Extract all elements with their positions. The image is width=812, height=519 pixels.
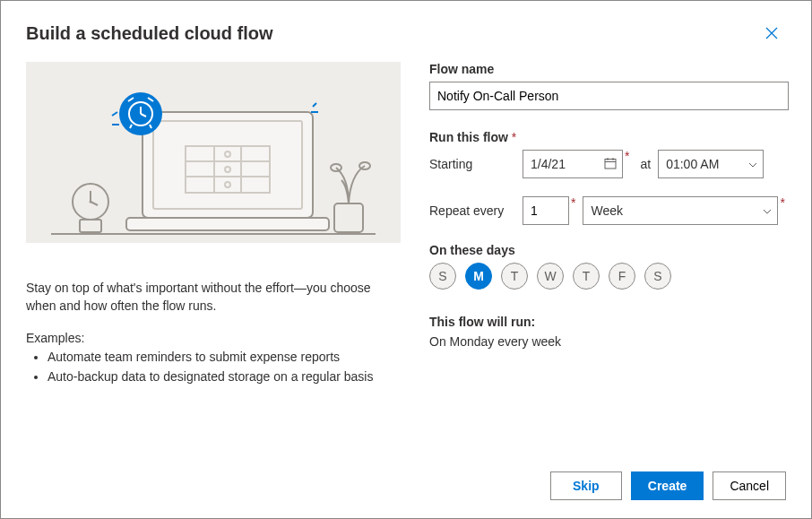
flow-name-label: Flow name — [429, 62, 789, 76]
right-pane: Flow name Run this flow Starting 1/4/21 … — [429, 62, 789, 454]
repeat-interval-input[interactable] — [523, 196, 569, 225]
svg-rect-9 — [143, 112, 313, 218]
scheduled-flow-dialog: Build a scheduled cloud flow — [0, 0, 812, 519]
skip-button[interactable]: Skip — [550, 471, 622, 500]
svg-line-20 — [112, 112, 117, 116]
day-toggle-3[interactable]: W — [537, 263, 564, 290]
start-date-value: 1/4/21 — [531, 157, 566, 171]
svg-rect-6 — [334, 203, 363, 232]
day-picker: SMTWTFS — [429, 263, 789, 290]
required-marker: * — [623, 150, 633, 162]
svg-rect-5 — [80, 220, 101, 232]
cancel-button[interactable]: Cancel — [713, 471, 786, 500]
will-run-label: This flow will run: — [429, 315, 789, 329]
dialog-body: Stay on top of what's important without … — [1, 55, 811, 454]
day-toggle-1[interactable]: M — [465, 263, 492, 290]
required-marker: * — [778, 196, 788, 209]
svg-rect-32 — [605, 159, 616, 169]
run-this-flow-label: Run this flow — [429, 130, 789, 144]
day-toggle-5[interactable]: F — [609, 263, 635, 290]
day-toggle-2[interactable]: T — [501, 263, 528, 290]
flow-name-input[interactable] — [429, 82, 789, 110]
description-text: Stay on top of what's important without … — [26, 279, 401, 315]
svg-line-4 — [91, 202, 98, 205]
close-button[interactable] — [757, 19, 786, 48]
svg-rect-11 — [126, 218, 329, 230]
required-marker: * — [569, 196, 579, 209]
svg-line-22 — [313, 103, 316, 107]
example-item: Automate team reminders to submit expens… — [48, 347, 401, 367]
left-pane: Stay on top of what's important without … — [26, 62, 401, 454]
day-toggle-4[interactable]: T — [573, 263, 600, 290]
starting-label: Starting — [429, 157, 523, 171]
examples-heading: Examples: — [26, 331, 401, 345]
day-toggle-6[interactable]: S — [644, 263, 671, 290]
repeat-every-label: Repeat every — [429, 203, 523, 218]
repeat-unit-select[interactable]: Week — [583, 196, 778, 225]
dialog-title: Build a scheduled cloud flow — [26, 23, 757, 44]
dialog-header: Build a scheduled cloud flow — [1, 1, 811, 55]
close-icon — [765, 27, 778, 39]
will-run-text: On Monday every week — [429, 334, 789, 349]
illustration — [26, 62, 401, 243]
examples-list: Automate team reminders to submit expens… — [26, 347, 401, 386]
repeat-unit-value: Week — [591, 203, 623, 218]
dialog-footer: Skip Create Cancel — [1, 454, 811, 518]
start-time-value: 01:00 AM — [666, 157, 719, 171]
start-date-picker[interactable]: 1/4/21 — [523, 150, 623, 178]
create-button[interactable]: Create — [631, 471, 704, 500]
chevron-down-icon — [763, 205, 772, 216]
start-time-select[interactable]: 01:00 AM — [658, 150, 764, 178]
calendar-icon — [604, 157, 617, 172]
at-label: at — [640, 157, 651, 171]
on-these-days-label: On these days — [429, 243, 789, 257]
day-toggle-0[interactable]: S — [429, 263, 456, 290]
chevron-down-icon — [748, 159, 757, 169]
example-item: Auto-backup data to designated storage o… — [48, 367, 401, 386]
